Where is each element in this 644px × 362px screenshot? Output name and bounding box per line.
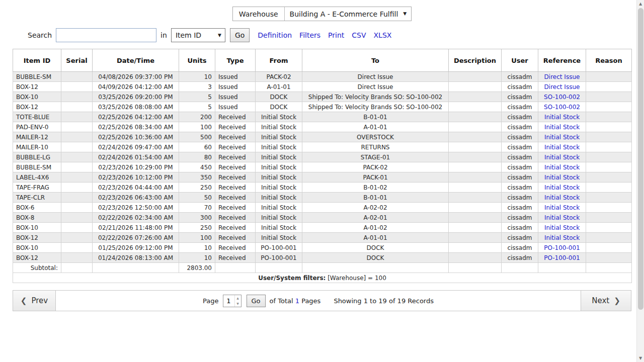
- reference-link[interactable]: Initial Stock: [544, 114, 580, 121]
- reference-link[interactable]: Initial Stock: [544, 154, 580, 161]
- reference-link[interactable]: Initial Stock: [544, 234, 580, 241]
- column-header: Item ID: [13, 49, 61, 72]
- reference-link[interactable]: Initial Stock: [544, 144, 580, 151]
- vertical-scrollbar[interactable]: ▲ ▼: [636, 0, 644, 362]
- reference-link[interactable]: Initial Stock: [544, 164, 580, 171]
- cell-serial: [61, 112, 93, 122]
- cell-to: A-01-02: [302, 223, 449, 233]
- cell-desc: [449, 122, 502, 132]
- cell-ref: SO-100-002: [538, 102, 586, 112]
- cell-type: Received: [215, 183, 256, 193]
- cell-user: cissadm: [502, 172, 538, 183]
- chevron-right-icon: ❯: [614, 296, 620, 305]
- pagination-center: Page ▲ ▼ Go of Total 1 Pages Showing 1 t…: [56, 291, 581, 311]
- filters-link[interactable]: Filters: [299, 31, 320, 39]
- cell-user: cissadm: [502, 132, 538, 142]
- reference-link[interactable]: Initial Stock: [544, 184, 580, 191]
- cell-reason: [586, 203, 632, 213]
- cell-user: cissadm: [502, 233, 538, 243]
- table-row: BOX-802/22/2026 02:34:00 AM300ReceivedIn…: [13, 213, 632, 223]
- reference-link[interactable]: Initial Stock: [544, 134, 580, 141]
- reference-link[interactable]: Initial Stock: [544, 214, 580, 221]
- cell-datetime: 02/23/2026 04:44:00 AM: [93, 183, 179, 193]
- cell-datetime: 02/23/2026 10:29:00 PM: [93, 162, 179, 172]
- table-row: TAPE-CLR02/23/2026 06:43:00 AM50Received…: [13, 193, 632, 203]
- cell-user: cissadm: [502, 253, 538, 263]
- cell-user: cissadm: [502, 193, 538, 203]
- table-row: BUBBLE-SM04/08/2026 09:37:00 PM10IssuedP…: [13, 72, 632, 82]
- warehouse-label: Warehouse: [233, 7, 285, 21]
- cell-item: PAD-ENV-0: [13, 122, 61, 132]
- search-input[interactable]: [56, 28, 156, 42]
- chevron-left-icon: ❮: [21, 296, 27, 305]
- next-button[interactable]: Next ❯: [581, 291, 631, 311]
- cell-datetime: 02/25/2026 08:34:00 AM: [93, 122, 179, 132]
- scroll-up-icon[interactable]: ▲: [637, 2, 644, 6]
- reference-link[interactable]: Initial Stock: [544, 224, 580, 231]
- warehouse-select[interactable]: Building A - E-Commerce Fulfill ▼: [285, 7, 412, 21]
- reference-link[interactable]: PO-100-001: [544, 244, 580, 251]
- go-button[interactable]: Go: [230, 28, 250, 42]
- total-pages-text: of Total 1 Pages: [270, 297, 321, 305]
- table-header-row: Item IDSerialDate/TimeUnitsTypeFromToDes…: [13, 49, 632, 72]
- cell-item: TOTE-BLUE: [13, 112, 61, 122]
- cell-type: Received: [215, 122, 256, 132]
- cell-type: Issued: [215, 92, 256, 102]
- cell-reason: [586, 82, 632, 92]
- cell-from: Initial Stock: [256, 213, 302, 223]
- table-row: BOX-1201/24/2026 08:13:00 AM10ReceivedPO…: [13, 253, 632, 263]
- reference-link[interactable]: Direct Issue: [544, 83, 580, 90]
- cell-serial: [61, 243, 93, 253]
- cell-desc: [449, 243, 502, 253]
- prev-button[interactable]: ❮ Prev: [13, 291, 56, 311]
- table-row: BOX-1204/09/2026 04:12:00 AM3IssuedA-01-…: [13, 82, 632, 92]
- reference-link[interactable]: SO-100-002: [544, 104, 580, 111]
- cell-ref: PO-100-001: [538, 253, 586, 263]
- cell-serial: [61, 162, 93, 172]
- cell-ref: Initial Stock: [538, 122, 586, 132]
- search-field-select[interactable]: Item ID ▼: [171, 28, 225, 42]
- cell-ref: Initial Stock: [538, 142, 586, 152]
- cell-units: 10: [179, 253, 215, 263]
- page-input[interactable]: [223, 295, 234, 307]
- cell-serial: [61, 193, 93, 203]
- table-row: MAILER-1202/25/2026 10:36:00 AM500Receiv…: [13, 132, 632, 142]
- print-link[interactable]: Print: [328, 31, 344, 39]
- search-field-value: Item ID: [176, 31, 201, 39]
- reference-link[interactable]: PO-100-001: [544, 254, 580, 261]
- cell-item: BUBBLE-LG: [13, 152, 61, 162]
- definition-link[interactable]: Definition: [258, 31, 292, 39]
- scroll-down-icon[interactable]: ▼: [637, 356, 644, 360]
- cell-item: BUBBLE-SM: [13, 72, 61, 82]
- cell-item: BOX-10: [13, 92, 61, 102]
- cell-serial: [61, 122, 93, 132]
- cell-reason: [586, 112, 632, 122]
- cell-user: cissadm: [502, 102, 538, 112]
- cell-item: BOX-8: [13, 213, 61, 223]
- stepper-up-icon[interactable]: ▲: [235, 295, 241, 301]
- subtotal-label: Subtotal:: [13, 263, 61, 273]
- cell-serial: [61, 253, 93, 263]
- cell-units: 3: [179, 82, 215, 92]
- column-header: Description: [449, 49, 502, 72]
- cell-reason: [586, 92, 632, 102]
- xlsx-link[interactable]: XLSX: [374, 31, 392, 39]
- reference-link[interactable]: SO-100-002: [544, 94, 580, 101]
- reference-link[interactable]: Direct Issue: [544, 73, 580, 80]
- csv-link[interactable]: CSV: [352, 31, 366, 39]
- cell-type: Received: [215, 142, 256, 152]
- cell-user: cissadm: [502, 92, 538, 102]
- filter-note-value: [Warehouse] = 100: [326, 275, 386, 282]
- cell-reason: [586, 102, 632, 112]
- reference-link[interactable]: Initial Stock: [544, 124, 580, 131]
- cell-units: 10: [179, 72, 215, 82]
- cell-desc: [449, 142, 502, 152]
- page-go-button[interactable]: Go: [247, 295, 266, 307]
- reference-link[interactable]: Initial Stock: [544, 194, 580, 201]
- stepper-down-icon[interactable]: ▼: [235, 301, 241, 307]
- cell-datetime: 02/22/2026 02:34:00 AM: [93, 213, 179, 223]
- scrollbar-thumb[interactable]: [638, 8, 643, 310]
- cell-type: Received: [215, 233, 256, 243]
- reference-link[interactable]: Initial Stock: [544, 204, 580, 211]
- reference-link[interactable]: Initial Stock: [544, 174, 580, 181]
